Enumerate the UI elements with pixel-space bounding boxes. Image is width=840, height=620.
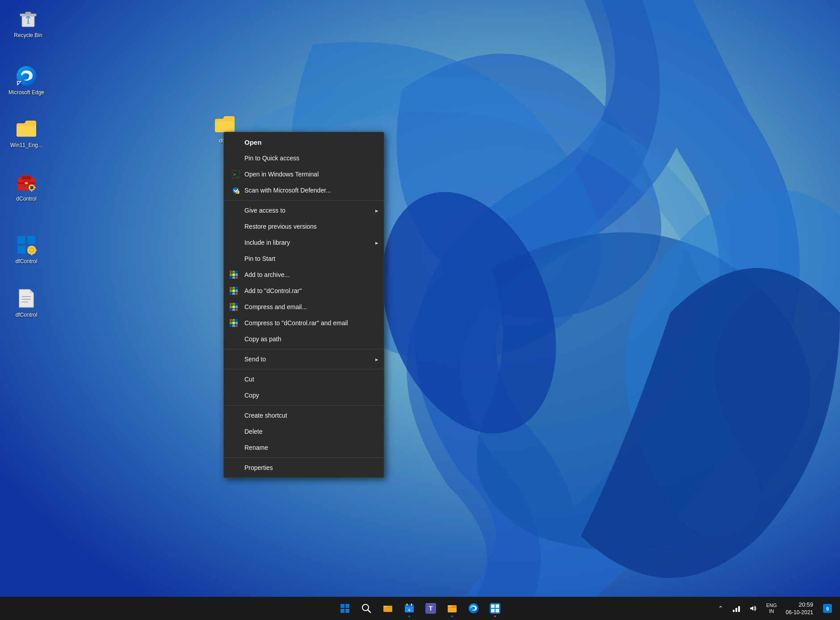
svg-point-1 bbox=[351, 168, 588, 457]
svg-rect-38 bbox=[340, 604, 344, 608]
recycle-bin-icon: ♻ bbox=[17, 7, 40, 30]
context-menu-copy[interactable]: Copy bbox=[224, 387, 384, 403]
desktop-icon-dfcontrol[interactable]: dfControl bbox=[6, 231, 46, 266]
svg-rect-27 bbox=[31, 246, 32, 247]
rar-compress-email-icon bbox=[231, 302, 241, 312]
edge-icon bbox=[15, 64, 38, 88]
svg-point-26 bbox=[30, 249, 33, 251]
svg-rect-49 bbox=[411, 603, 412, 606]
context-menu-compress-dcontrol-email[interactable]: Compress to "dControl.rar" and email bbox=[224, 315, 384, 331]
svg-rect-57 bbox=[491, 604, 495, 608]
delete-icon bbox=[231, 427, 241, 436]
context-menu-open[interactable]: Open bbox=[224, 134, 384, 150]
svg-point-15 bbox=[30, 186, 34, 189]
svg-rect-54 bbox=[448, 605, 452, 607]
properties-icon bbox=[231, 463, 241, 473]
rar-dcontrol-icon bbox=[231, 286, 241, 296]
svg-rect-0 bbox=[0, 0, 840, 620]
file-explorer-taskbar-button[interactable] bbox=[378, 599, 398, 618]
svg-rect-30 bbox=[35, 250, 37, 251]
context-menu-restore-versions[interactable]: Restore previous versions bbox=[224, 218, 384, 235]
context-menu-include-library[interactable]: Include in library ▸ bbox=[224, 235, 384, 251]
context-menu-add-dcontrol-rar[interactable]: Add to "dControl.rar" bbox=[224, 283, 384, 299]
context-menu-pin-start[interactable]: Pin to Start bbox=[224, 251, 384, 267]
context-menu: Open Pin to Quick access >_ Open in Wind… bbox=[223, 132, 384, 478]
give-access-arrow: ▸ bbox=[375, 207, 378, 214]
desktop-icon-dfcontrol-file[interactable]: dfControl bbox=[6, 285, 46, 320]
context-menu-give-access[interactable]: Give access to ▸ bbox=[224, 202, 384, 218]
dfcontrol-file-icon bbox=[15, 287, 38, 310]
svg-rect-47 bbox=[405, 604, 414, 607]
context-menu-properties[interactable]: Properties bbox=[224, 460, 384, 476]
pin-start-icon bbox=[231, 254, 241, 264]
store-taskbar-button[interactable] bbox=[485, 599, 505, 618]
system-tray: ⌃ ENG IN bbox=[711, 597, 840, 620]
defender-icon: ! bbox=[231, 185, 241, 195]
svg-text:T: T bbox=[429, 605, 433, 612]
svg-rect-39 bbox=[345, 604, 349, 608]
context-menu-copy-path[interactable]: Copy as path bbox=[224, 331, 384, 347]
desktop-icon-edge[interactable]: Microsoft Edge bbox=[6, 63, 46, 97]
svg-rect-41 bbox=[345, 609, 349, 613]
context-menu-add-archive[interactable]: Add to archive... bbox=[224, 267, 384, 283]
svg-rect-4 bbox=[25, 12, 31, 14]
tray-speaker-button[interactable] bbox=[746, 603, 761, 614]
desktop: ♻ Recycle Bin Microsoft Ed bbox=[0, 0, 840, 620]
send-to-arrow: ▸ bbox=[375, 356, 378, 363]
divider-3 bbox=[224, 369, 384, 369]
context-menu-cut[interactable]: Cut bbox=[224, 371, 384, 387]
desktop-icon-recycle-bin[interactable]: ♻ Recycle Bin bbox=[8, 5, 48, 40]
desktop-icon-win11-folder[interactable]: Win11_Eng... bbox=[6, 115, 46, 150]
context-menu-create-shortcut[interactable]: Create shortcut bbox=[224, 407, 384, 423]
search-button[interactable] bbox=[357, 599, 376, 618]
edge-label: Microsoft Edge bbox=[8, 89, 44, 96]
divider-1 bbox=[224, 200, 384, 201]
context-menu-scan-defender[interactable]: ! Scan with Microsoft Defender... bbox=[224, 182, 384, 198]
taskbar: 6 T bbox=[0, 597, 840, 620]
win11-folder-icon bbox=[15, 117, 38, 140]
context-menu-send-to[interactable]: Send to ▸ bbox=[224, 351, 384, 367]
edge-taskbar-button[interactable] bbox=[464, 599, 483, 618]
context-menu-delete[interactable]: Delete bbox=[224, 423, 384, 440]
context-menu-open-terminal[interactable]: >_ Open in Windows Terminal bbox=[224, 166, 384, 182]
create-shortcut-icon bbox=[231, 411, 241, 420]
rar-compress-dcontrol-email-icon bbox=[231, 318, 241, 328]
tray-expand-button[interactable]: ⌃ bbox=[714, 603, 727, 614]
svg-rect-45 bbox=[383, 606, 387, 607]
svg-rect-18 bbox=[29, 187, 30, 188]
tray-language-button[interactable]: ENG IN bbox=[763, 601, 781, 616]
context-menu-rename[interactable]: Rename bbox=[224, 440, 384, 456]
svg-rect-58 bbox=[496, 604, 499, 608]
teams-taskbar-button[interactable]: T bbox=[421, 599, 441, 618]
svg-rect-59 bbox=[491, 609, 495, 612]
svg-line-43 bbox=[368, 610, 370, 612]
context-menu-compress-email[interactable]: Compress and email... bbox=[224, 299, 384, 315]
include-library-arrow: ▸ bbox=[375, 239, 378, 246]
restore-versions-icon bbox=[231, 222, 241, 231]
pin-quick-icon bbox=[231, 153, 241, 163]
taskbar-center-icons: 6 T bbox=[335, 599, 505, 618]
divider-5 bbox=[224, 457, 384, 458]
tray-network-button[interactable] bbox=[729, 603, 744, 614]
win11-folder-label: Win11_Eng... bbox=[10, 142, 42, 148]
desktop-icon-dcontrol-app[interactable]: dControl bbox=[6, 169, 46, 204]
rar-add-archive-icon bbox=[231, 270, 241, 280]
svg-text:!: ! bbox=[237, 191, 238, 194]
tray-notification-button[interactable]: 9 bbox=[819, 599, 836, 618]
svg-rect-60 bbox=[496, 609, 499, 612]
svg-text:♻: ♻ bbox=[27, 21, 29, 25]
context-menu-pin-quick[interactable]: Pin to Quick access bbox=[224, 150, 384, 166]
file-manager-taskbar-button[interactable] bbox=[442, 599, 462, 618]
dfcontrol-file-label: dfControl bbox=[16, 312, 38, 318]
calendar-taskbar-button[interactable]: 6 bbox=[399, 599, 419, 618]
send-to-icon bbox=[231, 354, 241, 364]
start-button[interactable] bbox=[335, 599, 355, 618]
copy-path-icon bbox=[231, 334, 241, 344]
svg-text:6: 6 bbox=[408, 608, 411, 612]
svg-rect-63 bbox=[738, 606, 740, 612]
svg-rect-61 bbox=[733, 610, 735, 612]
tray-clock[interactable]: 20:59 06-10-2021 bbox=[782, 599, 817, 618]
svg-rect-17 bbox=[31, 190, 32, 192]
svg-rect-48 bbox=[407, 603, 407, 606]
copy-icon bbox=[231, 390, 241, 400]
